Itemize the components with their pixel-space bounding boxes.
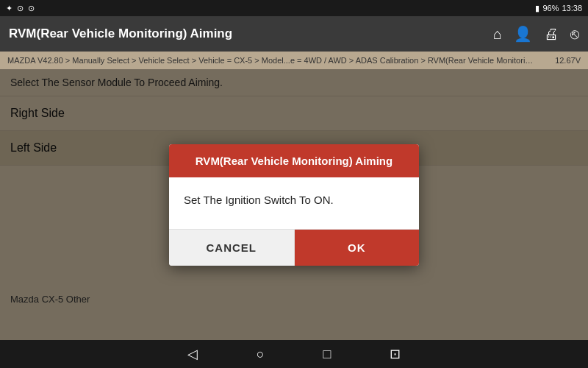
print-icon[interactable]: 🖨	[544, 26, 559, 43]
status-bar-right: ▮ 96% 13:38	[535, 4, 582, 13]
ok-button[interactable]: OK	[295, 230, 420, 266]
home-icon[interactable]: ⌂	[493, 26, 502, 43]
wifi-icon: ⊙	[17, 4, 24, 13]
home-nav-icon[interactable]: ○	[257, 347, 265, 362]
export-icon[interactable]: ⎋	[570, 26, 579, 43]
back-nav-icon[interactable]: ◁	[187, 346, 198, 362]
voltage-display: 12.67V	[555, 56, 581, 65]
status-bar-left: ✦ ⊙ ⊙	[6, 4, 35, 13]
recents-nav-icon[interactable]: □	[323, 347, 331, 362]
battery-icon: ▮	[535, 4, 539, 13]
bt-icon: ✦	[6, 4, 12, 13]
breadcrumb: MAZDA V42.80 > Manually Select > Vehicle…	[0, 52, 588, 69]
dialog-title: RVM(Rear Vehicle Monitoring) Aiming	[169, 144, 419, 177]
breadcrumb-text: MAZDA V42.80 > Manually Select > Vehicle…	[7, 56, 537, 65]
dialog: RVM(Rear Vehicle Monitoring) Aiming Set …	[169, 144, 419, 266]
user-icon[interactable]: 👤	[514, 25, 532, 43]
clock-icon: ⊙	[28, 4, 35, 13]
modal-overlay: RVM(Rear Vehicle Monitoring) Aiming Set …	[0, 69, 588, 340]
status-bar: ✦ ⊙ ⊙ ▮ 96% 13:38	[0, 0, 588, 16]
dialog-buttons: CANCEL OK	[169, 229, 419, 266]
navigation-bar: ◁ ○ □ ⊡	[0, 340, 588, 368]
header-icons: ⌂ 👤 🖨 ⎋	[493, 25, 579, 43]
time-display: 13:38	[562, 4, 582, 13]
content-area: Select The Sensor Module To Proceed Aimi…	[0, 69, 588, 340]
cancel-button[interactable]: CANCEL	[169, 230, 295, 266]
battery-percent: 96%	[542, 4, 559, 13]
menu-nav-icon[interactable]: ⊡	[390, 346, 401, 362]
dialog-message: Set The Ignition Switch To ON.	[169, 177, 419, 229]
app-header: RVM(Rear Vehicle Monitoring) Aiming ⌂ 👤 …	[0, 16, 588, 52]
page-title: RVM(Rear Vehicle Monitoring) Aiming	[9, 26, 232, 41]
